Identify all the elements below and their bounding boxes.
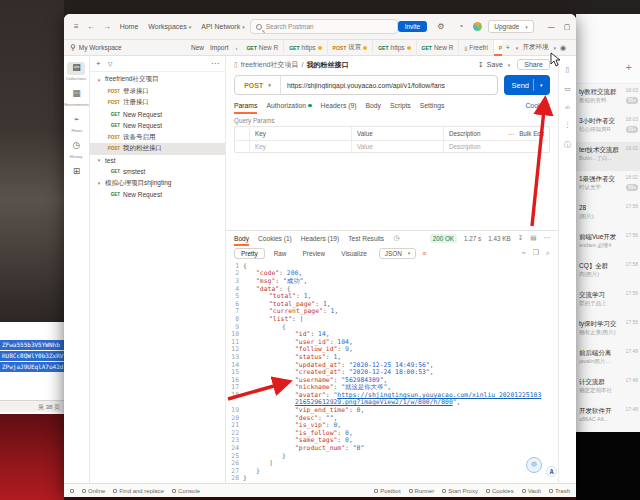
sidebar-more-icon[interactable]: ⋯ xyxy=(211,59,219,68)
request-item[interactable]: GETNew Request xyxy=(90,109,225,121)
footer-find-and-replace[interactable]: Find and replace xyxy=(113,488,164,494)
window-minimize-button[interactable]: — xyxy=(548,23,555,31)
rail-item-collections[interactable]: ▤Collections xyxy=(65,62,87,81)
chat-list-item[interactable]: ty保时学习交确有之泉(图片)17:55 xyxy=(576,316,640,345)
save-button[interactable]: ↧Save▾ xyxy=(477,60,511,70)
request-tab[interactable]: GEThttps xyxy=(373,40,416,56)
nav-workspaces[interactable]: Workspaces▾ xyxy=(148,23,191,30)
nav-home[interactable]: Home xyxy=(120,23,139,30)
help-bubble-icon[interactable]: ☺ xyxy=(526,457,542,473)
new-tab-icon[interactable]: + xyxy=(506,44,510,51)
method-selector[interactable]: POST▾ xyxy=(235,76,281,94)
response-format-dropdown[interactable]: JSON▾ xyxy=(379,248,417,259)
collection-folder[interactable]: ▾freefriend社交项目 xyxy=(90,74,225,86)
environment-quick-look-icon[interactable]: ◉ xyxy=(560,44,566,52)
footer-console[interactable]: Console xyxy=(172,488,200,494)
nav-api-network[interactable]: API Network▾ xyxy=(201,23,244,30)
request-subtab-body[interactable]: Body xyxy=(366,97,382,114)
footer-postbot[interactable]: Postbot xyxy=(374,488,400,494)
send-button[interactable]: Send▾ xyxy=(504,75,550,95)
footer-runner[interactable]: Runner xyxy=(409,488,435,494)
footer-online[interactable]: Online xyxy=(82,488,105,494)
footer-trash[interactable]: Trash xyxy=(549,488,570,494)
search-response-icon[interactable]: ⌕ xyxy=(546,249,550,257)
environment-selector[interactable]: 开发环境▾ xyxy=(522,43,556,52)
request-subtab-headers[interactable]: Headers (9) xyxy=(321,97,357,114)
settings-gear-icon[interactable]: ⚙ xyxy=(437,22,444,31)
request-subtab-scripts[interactable]: Scripts xyxy=(390,97,411,114)
response-history-icon[interactable]: ◷ xyxy=(393,234,399,242)
invite-button[interactable]: Invite xyxy=(398,21,428,32)
response-tab-testresults[interactable]: Test Results xyxy=(348,231,384,246)
comments-icon[interactable]: ▭ xyxy=(564,85,571,93)
response-more-icon[interactable]: ⋯ xyxy=(543,234,550,242)
param-input[interactable]: Value xyxy=(351,141,443,153)
copy-icon[interactable]: ❒ xyxy=(533,249,539,257)
view-raw[interactable]: Raw xyxy=(267,248,294,259)
add-collection-icon[interactable]: + xyxy=(96,59,101,68)
chat-list-item[interactable]: 28(图片)17:58 xyxy=(576,200,640,229)
menu-icon[interactable]: ≡ xyxy=(74,22,79,31)
chat-list-item[interactable]: 开发软件开u86AC A6...17:48 xyxy=(576,403,640,432)
request-item[interactable]: POST设备号启用 xyxy=(90,132,225,144)
back-icon[interactable]: ← xyxy=(87,22,95,31)
documentation-icon[interactable]: ▯ xyxy=(566,66,570,74)
link-icon[interactable]: ⌁ xyxy=(522,249,526,257)
param-input[interactable]: Key xyxy=(249,141,351,153)
param-input[interactable]: Description xyxy=(443,141,549,153)
collection-folder[interactable]: ▾test xyxy=(90,155,225,167)
request-item[interactable]: GETsmstest xyxy=(90,166,225,178)
chat-list-item[interactable]: ty教程交流群教程的资料18:0399+ xyxy=(576,84,640,113)
request-tab[interactable]: POST设置 xyxy=(328,40,374,56)
filter-icon[interactable]: ▽ xyxy=(108,60,113,67)
chat-list-item[interactable]: 交流学习群的子品上17:56 xyxy=(576,287,640,316)
code-snippet-icon[interactable]: ‹/› xyxy=(565,104,570,110)
chat-list-item[interactable]: 前端Vue开发endant 必懂417:56 xyxy=(576,229,640,258)
chat-list-item[interactable]: 前后端分离javalin图片...17:49 xyxy=(576,345,640,374)
panel-toggle-icon[interactable] xyxy=(70,489,74,493)
request-item[interactable]: POST注册接口 xyxy=(90,97,225,109)
tab-scroll-left-icon[interactable]: ‹ xyxy=(235,45,237,51)
request-item[interactable]: GETNew Request xyxy=(90,189,225,201)
request-tab[interactable]: GEThttps xyxy=(284,40,327,56)
request-item[interactable]: POST登录接口 xyxy=(90,86,225,98)
account-avatar[interactable] xyxy=(473,22,482,31)
collection-folder[interactable]: ▾模拟心理项目shjingting xyxy=(90,178,225,190)
request-subtab-settings[interactable]: Settings xyxy=(420,97,445,114)
footer-start-proxy[interactable]: Start Proxy xyxy=(442,488,478,494)
request-tab[interactable]: GETNew R xyxy=(241,40,284,56)
rail-item-flows[interactable]: ⌁Flows xyxy=(68,114,86,133)
chat-list-item[interactable]: ter技术交流群Buttn...了白...18:02 xyxy=(576,142,640,171)
request-item[interactable]: POST我的粉丝接口 xyxy=(90,143,225,155)
floating-avatar-a[interactable]: A xyxy=(546,466,557,477)
bulk-edit-button[interactable]: ⋯Bulk Edit xyxy=(508,130,549,137)
chat-list-item[interactable]: CQ】全群内(图片)17:58 xyxy=(576,258,640,287)
footer-vault[interactable]: Vault xyxy=(522,488,541,494)
request-item[interactable]: GETNew Request xyxy=(90,120,225,132)
search-input[interactable]: Search Postman xyxy=(250,19,398,34)
rail-item-history[interactable]: ◷History xyxy=(68,140,86,159)
rail-item-environments[interactable]: ▦Environments xyxy=(64,88,90,107)
upgrade-button[interactable]: Upgrade▾ xyxy=(488,20,533,33)
chat-list-item[interactable]: 3小时作者交松心得知周R18:0399+ xyxy=(576,113,640,142)
save-response-icon[interactable]: ↧ xyxy=(518,234,524,242)
wrap-lines-icon[interactable]: ≡ xyxy=(422,250,426,257)
import-button[interactable]: Import xyxy=(210,44,228,51)
share-button[interactable]: Share xyxy=(517,59,550,70)
chat-list-item[interactable]: 1最强作者交时认无学18:0299+ xyxy=(576,171,640,200)
new-button[interactable]: New xyxy=(191,44,204,51)
request-tab[interactable]: ▯Freefri xyxy=(459,40,494,56)
response-tab-body[interactable]: Body xyxy=(234,231,249,246)
related-requests-icon[interactable]: ⋮ xyxy=(564,121,571,129)
response-tab-headers[interactable]: Headers (19) xyxy=(301,231,339,246)
window-maximize-button[interactable]: ▢ xyxy=(564,23,571,31)
view-preview[interactable]: Preview xyxy=(296,248,333,259)
chat-add-icon[interactable]: + xyxy=(626,62,632,73)
response-body-json[interactable]: ☺ A 1{2"code": 200,3"msg": "成功",4"data":… xyxy=(226,261,558,483)
footer-cookies[interactable]: Cookies xyxy=(486,488,514,494)
url-input[interactable]: https://shjingtingapi.youyacao.com/api/v… xyxy=(281,82,451,89)
breadcrumb-request-name[interactable]: 我的粉丝接口 xyxy=(306,60,348,70)
request-tab[interactable]: POST我的 xyxy=(494,40,502,56)
chat-list-item[interactable]: 计交流群确定定期本社17:48 xyxy=(576,374,640,403)
breadcrumb-collection[interactable]: freefriend社交项目 xyxy=(241,60,299,70)
